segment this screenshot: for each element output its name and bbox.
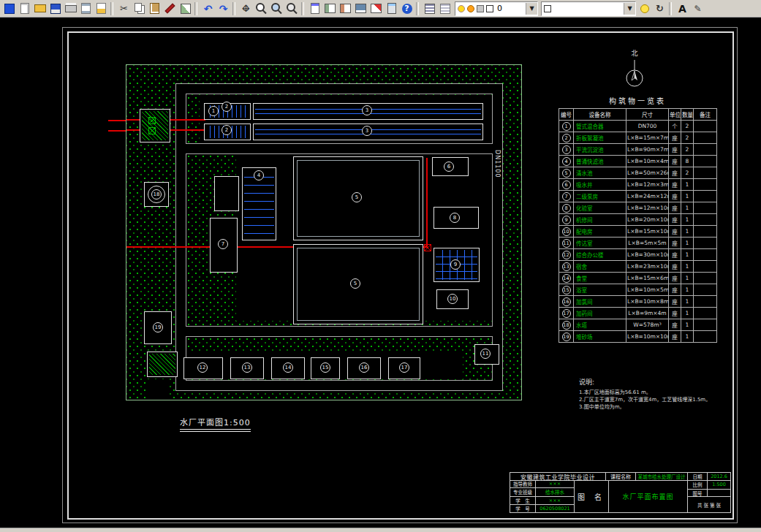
- new-icon[interactable]: [18, 1, 31, 15]
- table-cell: L×B=15m×10m: [626, 226, 669, 238]
- structure-marker: 5: [350, 278, 360, 289]
- table-cell: 1: [681, 238, 694, 249]
- structure-marker: 2: [222, 125, 232, 135]
- structure-marker: 15: [320, 362, 330, 373]
- match-icon[interactable]: [163, 1, 177, 15]
- undo-icon[interactable]: [201, 1, 215, 15]
- table-cell: 4: [559, 156, 574, 167]
- table-cell: 2: [559, 132, 574, 144]
- table-cell: 15: [559, 284, 574, 296]
- table-cell: L×B=23m×10m: [626, 261, 669, 273]
- table-cell: 1: [681, 191, 694, 202]
- publish-icon[interactable]: [94, 1, 108, 15]
- hatch-fill: [149, 354, 175, 375]
- table-cell: 18: [559, 319, 574, 331]
- layers-icon[interactable]: [423, 1, 436, 15]
- table-cell: L×B=10m×8m: [626, 296, 669, 308]
- chevron-down-icon[interactable]: ▼: [624, 3, 635, 15]
- table-cell: L×B=10m×10m: [626, 331, 669, 343]
- circled-number: 19: [562, 332, 571, 341]
- table-title: 构筑物一览表: [559, 95, 716, 106]
- save-icon[interactable]: [48, 1, 62, 15]
- table-cell: [694, 144, 717, 156]
- table-cell: 7: [559, 191, 574, 202]
- cut-icon[interactable]: [117, 1, 131, 15]
- titleblock-row: 日期2012.6: [687, 472, 731, 480]
- layer-lock-icon: [477, 5, 484, 12]
- table-cell: 座: [669, 319, 681, 331]
- paste-icon[interactable]: [148, 1, 162, 15]
- zoom-prev-icon[interactable]: [285, 1, 299, 15]
- table-cell: [694, 331, 717, 343]
- table-cell: 加氯间: [574, 296, 626, 308]
- markup-icon[interactable]: [369, 1, 383, 15]
- structures-table-grid: 编号设备名称尺寸单位数量备注1管式混合器DN700个22折板絮凝池L×B=15m…: [559, 108, 717, 343]
- table-cell: 吸水井: [574, 179, 626, 191]
- tstyle-icon[interactable]: [675, 1, 689, 15]
- table-cell: [694, 214, 717, 226]
- valve-icon: [424, 244, 431, 251]
- structure-marker: 3: [362, 105, 372, 115]
- layer-name: 0: [497, 4, 526, 13]
- table-cell: 座: [669, 238, 681, 249]
- table-cell: 座: [669, 261, 681, 273]
- titleblock-row: 学 号0620508021: [510, 505, 575, 513]
- layer-combo[interactable]: 0 ▼: [455, 1, 538, 16]
- table-cell: 座: [669, 167, 681, 179]
- props-icon[interactable]: [308, 1, 322, 15]
- block-icon[interactable]: [178, 1, 192, 15]
- help-icon[interactable]: [400, 1, 414, 15]
- dcenter-icon[interactable]: [323, 1, 337, 15]
- north-label: 北: [621, 48, 648, 58]
- table-row: 9机修间L×B=20m×10m座1: [559, 214, 717, 226]
- table-cell: 平流沉淀池: [574, 144, 626, 156]
- toolbar-separator: [194, 2, 197, 15]
- table-cell: [694, 191, 717, 202]
- table-cell: 13: [559, 261, 574, 273]
- table-cell: 9: [559, 214, 574, 226]
- table-header: 设备名称: [574, 109, 626, 121]
- palettes-icon[interactable]: [338, 1, 352, 15]
- zoom-icon[interactable]: [254, 1, 268, 15]
- layer-freeze-icon: [467, 5, 474, 12]
- mcurrent-icon[interactable]: [637, 1, 651, 15]
- app-icon[interactable]: [2, 1, 16, 15]
- table-cell: [694, 319, 717, 331]
- dstyle-icon[interactable]: [691, 1, 705, 15]
- toolbar-separator: [110, 2, 113, 15]
- color-combo[interactable]: ▼: [541, 1, 636, 16]
- open-icon[interactable]: [33, 1, 47, 15]
- table-cell: 加药间: [574, 308, 626, 319]
- titleblock-label: 学 号: [510, 505, 536, 513]
- calc-icon[interactable]: [385, 1, 398, 15]
- table-cell: 传达室: [574, 238, 626, 249]
- copy-icon[interactable]: [132, 1, 146, 15]
- chevron-down-icon[interactable]: ▼: [526, 3, 537, 15]
- table-cell: L×B=10m×5m: [626, 284, 669, 296]
- table-cell: 1: [681, 249, 694, 261]
- circled-number: 11: [562, 239, 571, 248]
- table-cell: [694, 273, 717, 284]
- circled-number: 2: [562, 134, 571, 142]
- table-row: 17加药间L×B=9m×4m座1: [559, 308, 717, 319]
- redo-icon[interactable]: [216, 1, 230, 15]
- pan-icon[interactable]: [239, 1, 253, 15]
- refresh-icon[interactable]: [653, 1, 667, 15]
- zoom-window-icon[interactable]: [270, 1, 284, 15]
- toolbar-separator: [416, 2, 419, 15]
- table-cell: 2: [681, 121, 694, 132]
- titleblock-value: 2012.6: [708, 472, 731, 480]
- circled-number: 6: [562, 180, 571, 189]
- plot-icon[interactable]: [64, 1, 77, 15]
- sheetset-icon[interactable]: [354, 1, 368, 15]
- table-cell: 座: [669, 226, 681, 238]
- table-row: 12综合办公楼L×B=30m×10m座1: [559, 249, 717, 261]
- table-cell: [694, 132, 717, 144]
- layer-prev-icon[interactable]: [438, 1, 452, 15]
- notes-lines: 1.本厂区地面标高为56.61 m。2.厂区主干道宽7m，次干道宽4m，工艺管线…: [579, 389, 732, 411]
- table-header: 编号: [559, 109, 574, 121]
- preview-icon[interactable]: [79, 1, 93, 15]
- south-gate-road: [147, 379, 169, 400]
- drawing-canvas[interactable]: 12233455678910111213141516171819 DN1100 …: [0, 18, 761, 528]
- table-cell: 1: [681, 179, 694, 191]
